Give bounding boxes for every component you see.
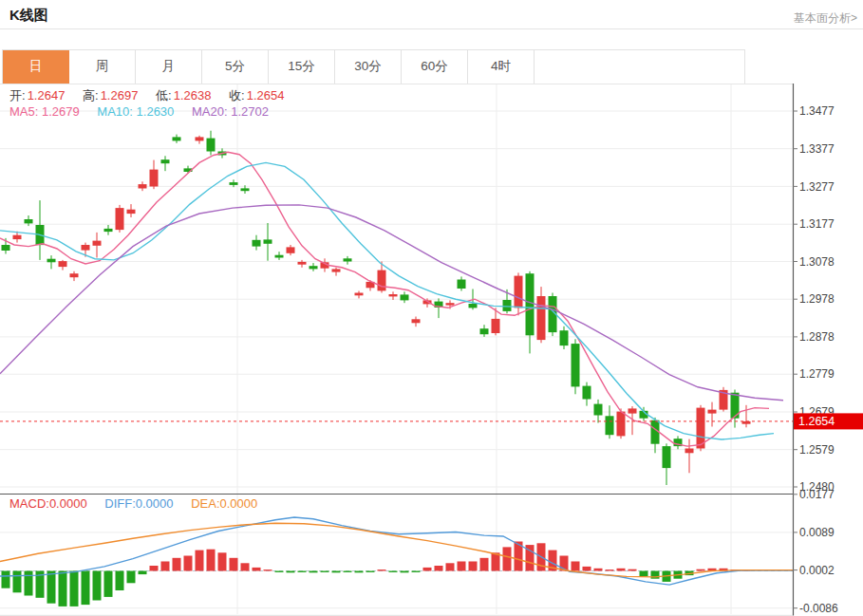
svg-text:0.0177: 0.0177 [799, 488, 835, 501]
kline-chart-canvas[interactable]: 1.34771.33771.32771.31771.30781.29781.28… [0, 0, 863, 616]
price-axis: 1.34771.33771.32771.31771.30781.29781.28… [793, 104, 835, 494]
macd-histogram [2, 542, 751, 607]
svg-text:1.3477: 1.3477 [799, 104, 835, 118]
ma20-line [0, 205, 783, 401]
ma10-line [0, 162, 774, 439]
svg-text:1.2779: 1.2779 [799, 367, 835, 381]
svg-text:1.2579: 1.2579 [799, 443, 835, 457]
svg-text:1.3277: 1.3277 [799, 180, 835, 194]
last-price-badge: 1.2654 [794, 413, 863, 429]
svg-text:1.2978: 1.2978 [799, 292, 835, 306]
svg-text:1.3377: 1.3377 [799, 142, 835, 156]
svg-text:1.3078: 1.3078 [799, 255, 835, 269]
svg-text:0.0002: 0.0002 [799, 564, 835, 577]
svg-text:1.2654: 1.2654 [798, 415, 835, 428]
kline-page: { "header": { "title": "K线图", "link_labe… [0, 0, 863, 616]
macd-axis: 0.01770.00890.0002-0.0086 [793, 488, 838, 615]
svg-text:-0.0086: -0.0086 [799, 602, 838, 615]
grid-lines [0, 84, 793, 614]
svg-text:1.3177: 1.3177 [799, 217, 835, 231]
dea-line [0, 523, 793, 577]
svg-text:0.0089: 0.0089 [799, 526, 835, 539]
candles [2, 131, 751, 485]
svg-text:1.2878: 1.2878 [799, 330, 835, 344]
